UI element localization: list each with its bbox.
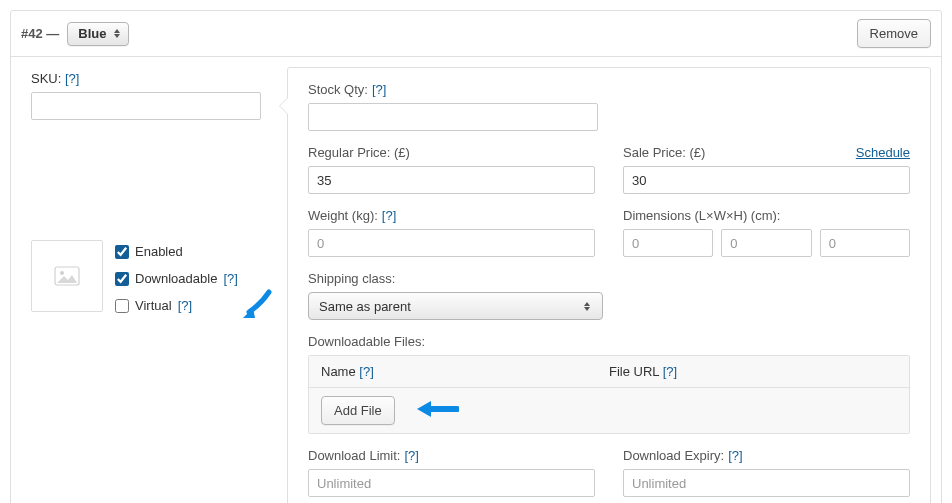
weight-help-icon[interactable]: [?] (382, 208, 396, 223)
enabled-checkbox[interactable] (115, 245, 129, 259)
enabled-checkbox-row[interactable]: Enabled (115, 244, 238, 259)
enabled-label: Enabled (135, 244, 183, 259)
stock-qty-help-icon[interactable]: [?] (372, 82, 386, 97)
weight-input[interactable] (308, 229, 595, 257)
virtual-label: Virtual (135, 298, 172, 313)
download-expiry-label: Download Expiry: (623, 448, 724, 463)
sku-label: SKU: (31, 71, 61, 86)
files-name-help-icon[interactable]: [?] (359, 364, 373, 379)
attribute-select-value: Blue (78, 26, 106, 41)
variation-image-placeholder[interactable] (31, 240, 103, 312)
regular-price-label: Regular Price: (£) (308, 145, 410, 160)
schedule-link[interactable]: Schedule (856, 145, 910, 160)
speech-pointer-icon (280, 98, 288, 114)
stock-qty-input[interactable] (308, 103, 598, 131)
downloadable-checkbox-row[interactable]: Downloadable [?] (115, 271, 238, 286)
dimension-width-input[interactable] (721, 229, 811, 257)
downloadable-files-label: Downloadable Files: (308, 334, 425, 349)
weight-label: Weight (kg): (308, 208, 378, 223)
download-expiry-input[interactable] (623, 469, 910, 497)
files-col-url: File URL (609, 364, 659, 379)
download-limit-help-icon[interactable]: [?] (405, 448, 419, 463)
attribute-select[interactable]: Blue (67, 22, 129, 46)
variation-panel: #42 — Blue Remove SKU: [?] (10, 10, 942, 503)
downloadable-files-table: Name [?] File URL [?] Add File (308, 355, 910, 434)
virtual-checkbox-row[interactable]: Virtual [?] (115, 298, 238, 313)
dimension-length-input[interactable] (623, 229, 713, 257)
shipping-class-label: Shipping class: (308, 271, 395, 286)
shipping-class-select[interactable]: Same as parent (308, 292, 603, 320)
chevron-updown-icon (110, 23, 124, 45)
svg-point-1 (60, 271, 64, 275)
download-expiry-help-icon[interactable]: [?] (728, 448, 742, 463)
sale-price-label: Sale Price: (£) (623, 145, 705, 160)
downloadable-checkbox[interactable] (115, 272, 129, 286)
image-placeholder-icon (54, 266, 80, 286)
sku-help-icon[interactable]: [?] (65, 71, 79, 86)
variation-details: Stock Qty: [?] Regular Price: (£) Sale P… (287, 67, 931, 503)
stock-qty-label: Stock Qty: (308, 82, 368, 97)
annotation-arrow-icon (239, 288, 273, 320)
add-file-button[interactable]: Add File (321, 396, 395, 425)
download-limit-label: Download Limit: (308, 448, 401, 463)
annotation-arrow-icon (415, 397, 459, 424)
downloadable-label: Downloadable (135, 271, 217, 286)
virtual-checkbox[interactable] (115, 299, 129, 313)
dimensions-label: Dimensions (L×W×H) (cm): (623, 208, 780, 223)
sale-price-input[interactable] (623, 166, 910, 194)
download-limit-input[interactable] (308, 469, 595, 497)
chevron-updown-icon (580, 293, 594, 319)
regular-price-input[interactable] (308, 166, 595, 194)
downloadable-help-icon[interactable]: [?] (223, 271, 237, 286)
variation-sidebar: SKU: [?] Enabled (11, 57, 281, 503)
files-col-name: Name (321, 364, 356, 379)
shipping-class-value: Same as parent (319, 299, 411, 314)
dimension-height-input[interactable] (820, 229, 910, 257)
variation-header: #42 — Blue Remove (11, 11, 941, 57)
virtual-help-icon[interactable]: [?] (178, 298, 192, 313)
variation-id: #42 — (21, 26, 59, 41)
remove-button[interactable]: Remove (857, 19, 931, 48)
files-url-help-icon[interactable]: [?] (663, 364, 677, 379)
sku-input[interactable] (31, 92, 261, 120)
files-header-row: Name [?] File URL [?] (309, 356, 909, 388)
